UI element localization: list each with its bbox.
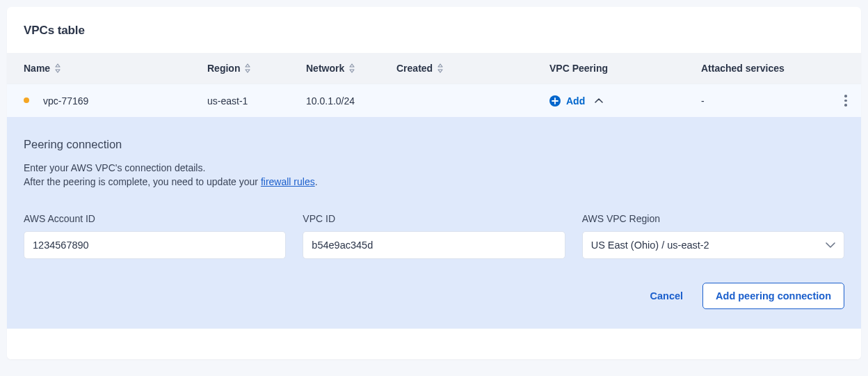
row-region-text: us-east-1 [207,95,248,107]
column-header-created-label: Created [396,63,433,74]
sort-icon [348,63,355,73]
aws-vpc-region-select[interactable]: US East (Ohio) / us-east-2 [582,231,844,259]
row-region-cell: us-east-1 [207,95,306,107]
vpc-id-input[interactable] [303,231,565,259]
panel-desc-line1: Enter your AWS VPC's connection details. [24,162,205,173]
card-footer-spacer [7,329,861,359]
add-peering-connection-button[interactable]: Add peering connection [702,283,844,309]
panel-actions: Cancel Add peering connection [24,283,844,309]
row-name-text: vpc-77169 [43,95,88,107]
vpc-id-field-group: VPC ID [303,213,565,259]
column-header-attached: Attached services [701,63,823,74]
panel-description: Enter your AWS VPC's connection details.… [24,161,844,189]
panel-title: Peering connection [24,138,844,151]
column-header-name[interactable]: Name [21,63,207,74]
row-network-cell: 10.0.1.0/24 [306,95,396,107]
vpcs-card: VPCs table Name Region Network Created [7,7,861,359]
aws-account-id-field-group: AWS Account ID [24,213,286,259]
column-header-peering: VPC Peering [549,63,701,74]
sort-icon [437,63,444,73]
card-title-bar: VPCs table [7,7,861,53]
vpc-id-label: VPC ID [303,213,565,224]
column-header-peering-label: VPC Peering [549,63,608,74]
table-row: vpc-77169 us-east-1 10.0.1.0/24 Add - [7,84,861,117]
row-menu-cell [823,95,847,107]
row-name-cell: vpc-77169 [21,95,207,107]
column-header-region[interactable]: Region [207,63,306,74]
row-attached-cell: - [701,95,823,107]
row-menu-button[interactable] [844,95,847,107]
add-peering-label: Add [566,95,585,107]
card-title: VPCs table [24,24,844,38]
aws-account-id-input[interactable] [24,231,286,259]
chevron-down-icon [826,240,835,251]
sort-icon [54,63,61,73]
aws-account-id-label: AWS Account ID [24,213,286,224]
row-network-text: 10.0.1.0/24 [306,95,355,107]
column-header-network[interactable]: Network [306,63,396,74]
column-header-network-label: Network [306,63,344,74]
row-peering-cell: Add [549,95,701,107]
aws-vpc-region-value: US East (Ohio) / us-east-2 [591,240,709,251]
column-header-region-label: Region [207,63,240,74]
row-attached-text: - [701,95,705,107]
status-dot-icon [24,97,29,103]
panel-desc-line2-prefix: After the peering is complete, you need … [24,176,261,187]
chevron-up-icon [593,95,604,107]
column-header-created[interactable]: Created [396,63,549,74]
plus-icon [549,95,561,107]
table-header: Name Region Network Created VPC Peering [7,53,861,84]
form-row: AWS Account ID VPC ID AWS VPC Region US … [24,213,844,259]
column-header-attached-label: Attached services [701,63,785,74]
kebab-dot-icon [844,95,847,97]
add-peering-button[interactable]: Add [549,95,604,107]
aws-vpc-region-field-group: AWS VPC Region US East (Ohio) / us-east-… [582,213,844,259]
cancel-button[interactable]: Cancel [650,290,683,301]
panel-desc-line2-suffix: . [315,176,318,187]
peering-panel: Peering connection Enter your AWS VPC's … [7,117,861,329]
firewall-rules-link[interactable]: firewall rules [261,176,315,187]
column-header-name-label: Name [24,63,50,74]
kebab-dot-icon [844,100,847,102]
sort-icon [244,63,251,73]
kebab-dot-icon [844,104,847,107]
aws-vpc-region-label: AWS VPC Region [582,213,844,224]
